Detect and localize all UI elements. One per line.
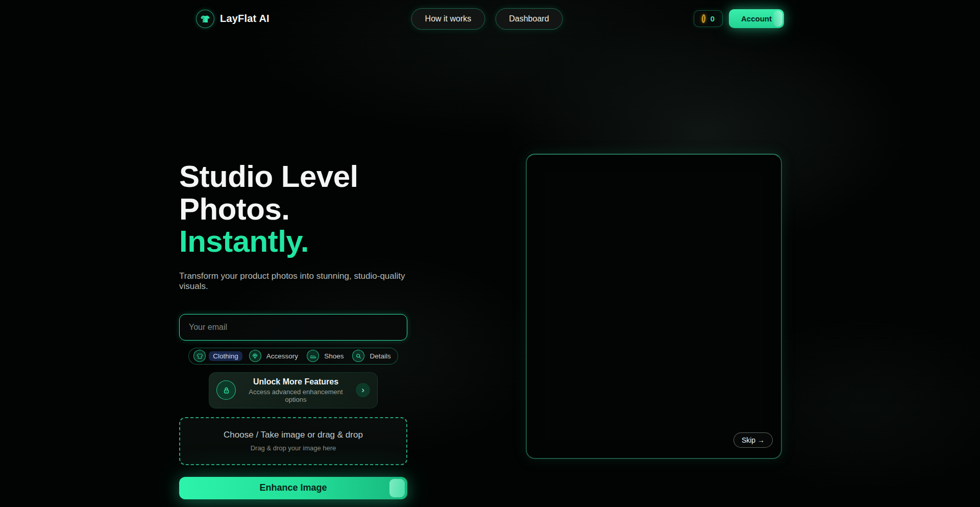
coin-icon xyxy=(701,14,705,23)
enhance-image-label: Enhance Image xyxy=(259,482,327,493)
gem-icon xyxy=(249,350,261,362)
hero-subtitle: Transform your product photos into stunn… xyxy=(179,271,407,292)
title-line2-white: Photos. xyxy=(179,192,290,226)
unlock-features-card[interactable]: Unlock More Features Access advanced enh… xyxy=(209,372,378,408)
email-input[interactable] xyxy=(179,314,407,341)
image-dropzone[interactable]: Choose / Take image or drag & drop Drag … xyxy=(179,417,407,465)
dropzone-subtitle: Drag & drop your image here xyxy=(251,444,336,452)
lock-icon xyxy=(216,380,236,400)
category-label: Shoes xyxy=(322,351,346,361)
top-nav: LayFlat AI How it works Dashboard 0 Acco… xyxy=(0,0,980,37)
category-label: Accessory xyxy=(264,351,300,361)
account-button-shine xyxy=(773,11,782,27)
title-line1: Studio Level xyxy=(179,159,358,194)
category-label: Clothing xyxy=(209,351,242,361)
title-line2-accent: Instantly. xyxy=(179,224,309,258)
brand[interactable]: LayFlat AI xyxy=(196,10,270,28)
skip-button[interactable]: Skip → xyxy=(733,432,773,448)
category-bar: Clothing Accessory xyxy=(188,348,398,365)
brand-name: LayFlat AI xyxy=(220,13,270,25)
credits-chip[interactable]: 0 xyxy=(694,10,723,27)
category-row: Clothing Accessory xyxy=(179,348,407,365)
main-nav: How it works Dashboard xyxy=(411,8,563,30)
chevron-right-icon: › xyxy=(356,383,370,397)
nav-how-it-works[interactable]: How it works xyxy=(411,8,485,30)
account-button[interactable]: Account xyxy=(729,9,784,28)
dropzone-title: Choose / Take image or drag & drop xyxy=(224,430,363,440)
enhance-image-button[interactable]: Enhance Image xyxy=(179,477,407,499)
tshirt-icon xyxy=(196,10,214,28)
header-right: 0 Account xyxy=(694,9,784,28)
hero-section: Studio Level Photos. Instantly. Transfor… xyxy=(179,160,407,499)
tshirt-icon xyxy=(193,350,206,362)
nav-dashboard[interactable]: Dashboard xyxy=(495,8,562,30)
unlock-title: Unlock More Features xyxy=(243,377,349,387)
background-glow xyxy=(0,0,980,507)
credits-count: 0 xyxy=(710,14,715,23)
enhance-button-shine xyxy=(389,479,405,497)
category-details[interactable]: Details xyxy=(352,350,393,362)
preview-panel: Skip → xyxy=(526,154,782,459)
unlock-text: Unlock More Features Access advanced enh… xyxy=(243,377,349,403)
page-title: Studio Level Photos. Instantly. xyxy=(179,160,407,258)
account-button-label: Account xyxy=(741,14,772,23)
magnifier-icon xyxy=(352,350,364,362)
category-clothing[interactable]: Clothing xyxy=(193,350,242,362)
unlock-subtitle: Access advanced enhancement options xyxy=(243,388,349,403)
shoe-icon xyxy=(307,350,319,362)
category-accessory[interactable]: Accessory xyxy=(249,350,300,362)
category-shoes[interactable]: Shoes xyxy=(307,350,346,362)
category-label: Details xyxy=(368,351,393,361)
